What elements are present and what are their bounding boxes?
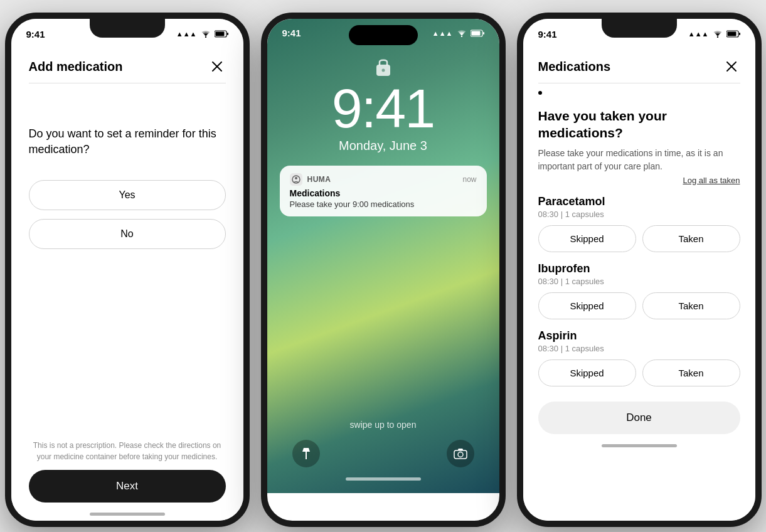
wifi-icon-3: [713, 30, 723, 38]
svg-rect-8: [471, 31, 480, 35]
huma-icon: [292, 175, 301, 184]
skip-button-paracetamol[interactable]: Skipped: [538, 225, 636, 252]
med-dosage-paracetamol: 08:30 | 1 capsules: [538, 210, 740, 219]
svg-rect-2: [215, 32, 224, 36]
svg-point-0: [205, 36, 206, 38]
lock-bottom-area: swipe up to open: [267, 420, 499, 493]
taken-button-aspirin[interactable]: Taken: [642, 359, 740, 386]
notch: [90, 19, 165, 38]
status-icons-1: ▲▲▲: [176, 30, 228, 38]
phone1-content: Add medication Do you want to set a remi…: [11, 46, 243, 521]
lock-battery-icon: [471, 29, 484, 37]
phone-lock-screen: 9:41 ▲▲▲: [261, 13, 506, 527]
wifi-icon: [201, 30, 211, 38]
svg-rect-3: [227, 33, 228, 35]
screen-header-1: Add medication: [29, 46, 226, 83]
taken-button-ibuprofen[interactable]: Taken: [642, 292, 740, 319]
med-name-paracetamol: Paracetamol: [538, 195, 740, 208]
svg-rect-19: [727, 32, 736, 36]
close-icon-3: [726, 61, 737, 72]
lock-signal-icon: ▲▲▲: [432, 29, 453, 37]
have-you-taken-title: Have you taken your medications?: [538, 107, 740, 142]
add-medication-title: Add medication: [29, 60, 123, 74]
taken-button-paracetamol[interactable]: Taken: [642, 225, 740, 252]
home-indicator-3: [602, 444, 677, 447]
lock-status-time: 9:41: [282, 28, 301, 38]
phone-add-medication: 9:41 ▲▲▲ Add medication: [5, 13, 250, 527]
lock-big-time: 9:41: [267, 81, 499, 136]
status-icons-3: ▲▲▲: [688, 30, 740, 38]
camera-icon: [454, 448, 467, 459]
med-item-aspirin: Aspirin 08:30 | 1 capsules Skipped Taken: [538, 329, 740, 386]
lock-icon-area: [267, 43, 499, 78]
med-name-ibuprofen: Ibuprofen: [538, 262, 740, 275]
dynamic-island: [349, 25, 418, 45]
close-button-3[interactable]: [723, 58, 740, 75]
medications-title: Medications: [538, 60, 611, 74]
notif-body: Please take your 9:00 medications: [290, 200, 477, 209]
med-actions-aspirin: Skipped Taken: [538, 359, 740, 386]
care-plan-text: Please take your medications in time, as…: [538, 147, 740, 173]
lock-status-icons: ▲▲▲: [432, 29, 484, 37]
med-screen-header: Medications: [538, 46, 740, 83]
med-item-paracetamol: Paracetamol 08:30 | 1 capsules Skipped T…: [538, 195, 740, 252]
log-all-link[interactable]: Log all as taken: [538, 176, 740, 185]
svg-point-6: [460, 35, 462, 36]
lock-home-pill: [346, 477, 421, 481]
signal-icon: ▲▲▲: [176, 30, 197, 38]
svg-point-11: [381, 69, 385, 72]
notif-title: Medications: [290, 188, 477, 198]
camera-button[interactable]: [447, 440, 474, 467]
lock-screen: 9:41 ▲▲▲: [267, 19, 499, 493]
phone-medications: 9:41 ▲▲▲ Medications: [517, 13, 762, 527]
skip-button-ibuprofen[interactable]: Skipped: [538, 292, 636, 319]
lock-wifi-icon: [457, 29, 467, 37]
notification-card[interactable]: HUMA now Medications Please take your 9:…: [280, 166, 487, 216]
notif-header: HUMA now: [290, 173, 477, 186]
notif-time: now: [462, 175, 476, 184]
notif-app-name: HUMA: [307, 175, 331, 184]
flashlight-icon: [301, 447, 312, 460]
add-medication-screen: Add medication Do you want to set a remi…: [11, 46, 243, 521]
yes-button[interactable]: Yes: [29, 180, 226, 210]
status-time-3: 9:41: [538, 29, 557, 40]
notif-app-info: HUMA: [290, 173, 331, 186]
med-actions-paracetamol: Skipped Taken: [538, 225, 740, 252]
phone2-content: 9:41 ▲▲▲: [267, 19, 499, 493]
notif-app-icon: [290, 173, 302, 186]
svg-point-17: [716, 36, 718, 38]
med-dosage-ibuprofen: 08:30 | 1 capsules: [538, 277, 740, 286]
flashlight-button[interactable]: [292, 440, 320, 467]
close-button-1[interactable]: [208, 58, 226, 75]
medications-screen: Medications Have you taken your medicati…: [523, 46, 755, 521]
next-button[interactable]: Next: [29, 470, 226, 503]
battery-icon: [215, 30, 228, 38]
svg-point-13: [295, 177, 297, 179]
swipe-hint: swipe up to open: [267, 420, 499, 430]
home-indicator-1: [90, 513, 165, 516]
disclaimer-text: This is not a prescription. Please check…: [29, 440, 226, 462]
no-button[interactable]: No: [29, 219, 226, 249]
lock-date: Monday, June 3: [267, 139, 499, 153]
notch-3: [602, 19, 677, 38]
svg-rect-9: [483, 32, 484, 35]
close-icon-1: [211, 61, 223, 72]
svg-rect-16: [458, 449, 463, 450]
skip-button-aspirin[interactable]: Skipped: [538, 359, 636, 386]
svg-point-15: [458, 452, 463, 457]
signal-icon-3: ▲▲▲: [688, 30, 709, 38]
med-name-aspirin: Aspirin: [538, 329, 740, 343]
phone3-content: Medications Have you taken your medicati…: [523, 46, 755, 521]
done-button[interactable]: Done: [538, 402, 740, 434]
lock-icon: [374, 56, 393, 78]
dot-indicator: [538, 91, 542, 95]
med-actions-ibuprofen: Skipped Taken: [538, 292, 740, 319]
med-item-ibuprofen: Ibuprofen 08:30 | 1 capsules Skipped Tak…: [538, 262, 740, 319]
battery-icon-3: [726, 30, 740, 38]
med-dosage-aspirin: 08:30 | 1 capsules: [538, 344, 740, 353]
lock-bottom-icons: [267, 440, 499, 467]
svg-rect-20: [739, 33, 740, 35]
reminder-question: Do you want to set a reminder for this m…: [29, 126, 226, 157]
status-time-1: 9:41: [26, 29, 45, 40]
